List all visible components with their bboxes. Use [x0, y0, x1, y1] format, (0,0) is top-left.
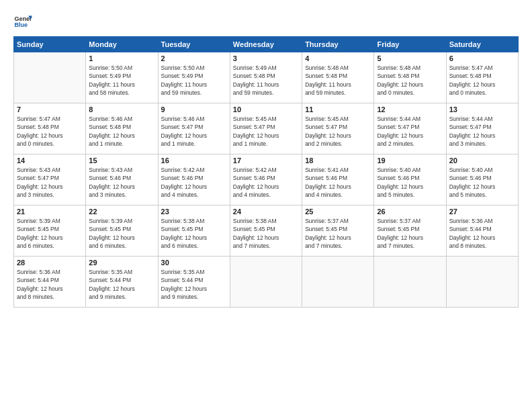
- cell-info: Sunrise: 5:45 AMSunset: 5:47 PMDaylight:…: [305, 115, 371, 148]
- cell-info: Sunrise: 5:46 AMSunset: 5:47 PMDaylight:…: [161, 115, 227, 148]
- week-row-2: 7Sunrise: 5:47 AMSunset: 5:48 PMDaylight…: [14, 103, 519, 154]
- cell-info: Sunrise: 5:43 AMSunset: 5:47 PMDaylight:…: [17, 166, 83, 199]
- day-header-wednesday: Wednesday: [230, 37, 302, 52]
- day-number: 19: [377, 156, 443, 165]
- day-number: 17: [233, 156, 299, 165]
- day-number: 1: [89, 54, 154, 62]
- day-number: 5: [377, 54, 443, 62]
- cell-info: Sunrise: 5:35 AMSunset: 5:44 PMDaylight:…: [161, 268, 227, 301]
- cal-cell: [446, 257, 518, 308]
- cal-cell: 5Sunrise: 5:48 AMSunset: 5:48 PMDaylight…: [374, 52, 446, 103]
- cell-info: Sunrise: 5:42 AMSunset: 5:46 PMDaylight:…: [161, 166, 227, 199]
- cal-cell: 23Sunrise: 5:38 AMSunset: 5:45 PMDayligh…: [158, 205, 230, 257]
- cell-info: Sunrise: 5:50 AMSunset: 5:49 PMDaylight:…: [161, 64, 227, 97]
- cal-cell: 11Sunrise: 5:45 AMSunset: 5:47 PMDayligh…: [302, 103, 374, 154]
- cal-cell: 14Sunrise: 5:43 AMSunset: 5:47 PMDayligh…: [14, 154, 86, 205]
- week-row-1: 1Sunrise: 5:50 AMSunset: 5:49 PMDaylight…: [14, 52, 519, 103]
- cell-info: Sunrise: 5:41 AMSunset: 5:46 PMDaylight:…: [305, 166, 371, 199]
- day-number: 2: [161, 54, 227, 62]
- day-header-tuesday: Tuesday: [158, 37, 230, 52]
- day-number: 27: [449, 208, 515, 216]
- cal-cell: 7Sunrise: 5:47 AMSunset: 5:48 PMDaylight…: [14, 103, 86, 154]
- cell-info: Sunrise: 5:45 AMSunset: 5:47 PMDaylight:…: [233, 115, 299, 148]
- day-header-saturday: Saturday: [446, 37, 518, 52]
- day-number: 30: [161, 259, 227, 267]
- cal-cell: 3Sunrise: 5:49 AMSunset: 5:48 PMDaylight…: [230, 52, 302, 103]
- calendar-table: SundayMondayTuesdayWednesdayThursdayFrid…: [13, 36, 519, 308]
- cal-cell: 22Sunrise: 5:39 AMSunset: 5:45 PMDayligh…: [86, 205, 158, 257]
- cell-info: Sunrise: 5:43 AMSunset: 5:46 PMDaylight:…: [89, 166, 154, 199]
- cell-info: Sunrise: 5:42 AMSunset: 5:46 PMDaylight:…: [233, 166, 299, 199]
- day-number: 21: [17, 208, 83, 216]
- cal-cell: 1Sunrise: 5:50 AMSunset: 5:49 PMDaylight…: [86, 52, 158, 103]
- day-number: 23: [161, 208, 227, 216]
- cell-info: Sunrise: 5:46 AMSunset: 5:48 PMDaylight:…: [89, 115, 154, 148]
- day-number: 24: [233, 208, 299, 216]
- day-number: 14: [17, 156, 83, 165]
- day-number: 12: [377, 105, 443, 113]
- week-row-4: 21Sunrise: 5:39 AMSunset: 5:45 PMDayligh…: [14, 205, 519, 257]
- cell-info: Sunrise: 5:36 AMSunset: 5:44 PMDaylight:…: [17, 268, 83, 301]
- cal-cell: 6Sunrise: 5:47 AMSunset: 5:48 PMDaylight…: [446, 52, 518, 103]
- day-number: 4: [305, 54, 371, 62]
- cell-info: Sunrise: 5:38 AMSunset: 5:45 PMDaylight:…: [161, 217, 227, 250]
- day-number: 8: [89, 105, 154, 113]
- cal-cell: 4Sunrise: 5:48 AMSunset: 5:48 PMDaylight…: [302, 52, 374, 103]
- page: General Blue SundayMondayTuesdayWednesda…: [0, 0, 532, 411]
- day-number: 29: [89, 259, 154, 267]
- cal-cell: 24Sunrise: 5:38 AMSunset: 5:45 PMDayligh…: [230, 205, 302, 257]
- header: General Blue: [13, 12, 519, 31]
- cal-cell: 26Sunrise: 5:37 AMSunset: 5:45 PMDayligh…: [374, 205, 446, 257]
- day-number: 20: [449, 156, 515, 165]
- day-number: 22: [89, 208, 154, 216]
- day-number: 7: [17, 105, 83, 113]
- cal-cell: 27Sunrise: 5:36 AMSunset: 5:44 PMDayligh…: [446, 205, 518, 257]
- cal-cell: 29Sunrise: 5:35 AMSunset: 5:44 PMDayligh…: [86, 257, 158, 308]
- header-row: SundayMondayTuesdayWednesdayThursdayFrid…: [14, 37, 519, 52]
- cal-cell: 25Sunrise: 5:37 AMSunset: 5:45 PMDayligh…: [302, 205, 374, 257]
- cell-info: Sunrise: 5:38 AMSunset: 5:45 PMDaylight:…: [233, 217, 299, 250]
- cal-cell: [374, 257, 446, 308]
- cal-cell: 2Sunrise: 5:50 AMSunset: 5:49 PMDaylight…: [158, 52, 230, 103]
- day-header-sunday: Sunday: [14, 37, 86, 52]
- day-number: 13: [449, 105, 515, 113]
- cal-cell: 10Sunrise: 5:45 AMSunset: 5:47 PMDayligh…: [230, 103, 302, 154]
- day-number: 15: [89, 156, 154, 165]
- cell-info: Sunrise: 5:35 AMSunset: 5:44 PMDaylight:…: [89, 268, 154, 301]
- week-row-5: 28Sunrise: 5:36 AMSunset: 5:44 PMDayligh…: [14, 257, 519, 308]
- cal-cell: 28Sunrise: 5:36 AMSunset: 5:44 PMDayligh…: [14, 257, 86, 308]
- cell-info: Sunrise: 5:47 AMSunset: 5:48 PMDaylight:…: [17, 115, 83, 148]
- cal-cell: 17Sunrise: 5:42 AMSunset: 5:46 PMDayligh…: [230, 154, 302, 205]
- day-number: 3: [233, 54, 299, 62]
- cell-info: Sunrise: 5:47 AMSunset: 5:48 PMDaylight:…: [449, 64, 515, 97]
- cell-info: Sunrise: 5:49 AMSunset: 5:48 PMDaylight:…: [233, 64, 299, 97]
- day-header-monday: Monday: [86, 37, 158, 52]
- cal-cell: 19Sunrise: 5:40 AMSunset: 5:46 PMDayligh…: [374, 154, 446, 205]
- cal-cell: [230, 257, 302, 308]
- cal-cell: 21Sunrise: 5:39 AMSunset: 5:45 PMDayligh…: [14, 205, 86, 257]
- cal-cell: 9Sunrise: 5:46 AMSunset: 5:47 PMDaylight…: [158, 103, 230, 154]
- cell-info: Sunrise: 5:37 AMSunset: 5:45 PMDaylight:…: [305, 217, 371, 250]
- cell-info: Sunrise: 5:40 AMSunset: 5:46 PMDaylight:…: [377, 166, 443, 199]
- day-header-friday: Friday: [374, 37, 446, 52]
- cal-cell: 8Sunrise: 5:46 AMSunset: 5:48 PMDaylight…: [86, 103, 158, 154]
- cell-info: Sunrise: 5:37 AMSunset: 5:45 PMDaylight:…: [377, 217, 443, 250]
- cell-info: Sunrise: 5:44 AMSunset: 5:47 PMDaylight:…: [449, 115, 515, 148]
- cal-cell: 30Sunrise: 5:35 AMSunset: 5:44 PMDayligh…: [158, 257, 230, 308]
- day-number: 28: [17, 259, 83, 267]
- logo: General Blue: [13, 12, 32, 31]
- cell-info: Sunrise: 5:50 AMSunset: 5:49 PMDaylight:…: [89, 64, 154, 97]
- svg-text:Blue: Blue: [14, 21, 28, 28]
- cal-cell: 20Sunrise: 5:40 AMSunset: 5:46 PMDayligh…: [446, 154, 518, 205]
- cell-info: Sunrise: 5:40 AMSunset: 5:46 PMDaylight:…: [449, 166, 515, 199]
- day-number: 25: [305, 208, 371, 216]
- day-number: 16: [161, 156, 227, 165]
- day-number: 18: [305, 156, 371, 165]
- cal-cell: 16Sunrise: 5:42 AMSunset: 5:46 PMDayligh…: [158, 154, 230, 205]
- cal-cell: [302, 257, 374, 308]
- cal-cell: 18Sunrise: 5:41 AMSunset: 5:46 PMDayligh…: [302, 154, 374, 205]
- day-number: 9: [161, 105, 227, 113]
- day-number: 6: [449, 54, 515, 62]
- cal-cell: 13Sunrise: 5:44 AMSunset: 5:47 PMDayligh…: [446, 103, 518, 154]
- cal-cell: 12Sunrise: 5:44 AMSunset: 5:47 PMDayligh…: [374, 103, 446, 154]
